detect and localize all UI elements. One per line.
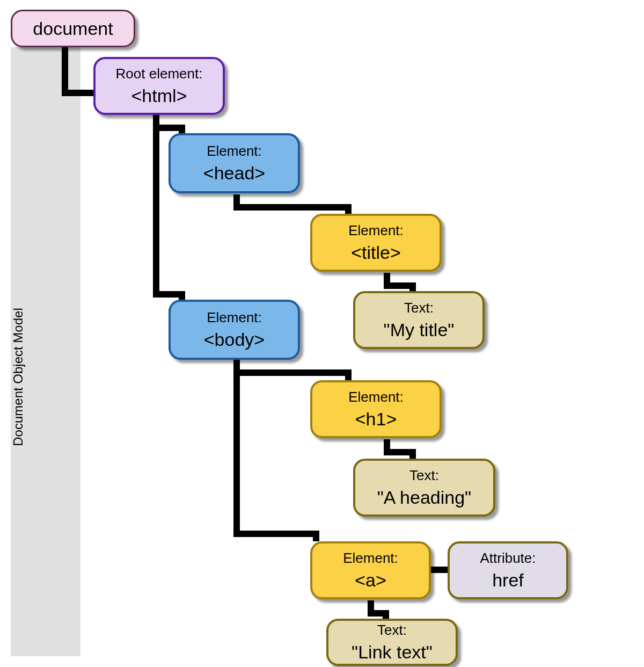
node-tag: <head> [203,163,265,184]
node-a: Element: <a> [310,541,431,599]
node-value: href [492,570,524,591]
node-tag: <h1> [355,409,397,430]
node-label: Root element: [116,66,203,82]
node-title-text: Text: "My title" [353,291,485,349]
node-a-attr: Attribute: href [448,541,568,599]
node-value: "My title" [384,320,455,340]
connector [313,531,319,541]
node-h1: Element: <h1> [310,380,442,438]
connector [233,531,319,537]
node-body: Element: <body> [169,300,300,360]
sidebar-subtitle: Document Object Model [11,308,26,446]
node-label: Element: [207,309,262,326]
connector [233,360,240,537]
node-value: "Link text" [352,642,433,663]
connector [153,115,159,298]
node-label: Text: [409,467,439,484]
node-label: Element: [207,143,262,160]
connector [345,369,352,381]
node-label: Element: [343,550,398,567]
node-head: Element: <head> [169,133,300,193]
node-h1-text: Text: "A heading" [353,459,495,517]
sidebar-strip: DOM Document Object Model [11,47,80,656]
connector [62,47,68,96]
connector [345,204,352,215]
node-a-text: Text: "Link text" [326,619,458,666]
node-tag: <html> [131,85,187,106]
connector [233,204,352,211]
node-value: "A heading" [377,487,471,508]
node-document-label: document [33,18,113,39]
node-tag: <title> [351,242,401,263]
node-root-html: Root element: <html> [93,57,225,115]
node-label: Attribute: [480,550,536,567]
node-label: Text: [404,300,434,316]
node-label: Element: [348,222,404,239]
node-tag: <body> [204,329,265,350]
node-title: Element: <title> [310,214,442,272]
connector [233,369,352,376]
node-document: document [11,10,135,47]
node-tag: <a> [355,570,386,591]
connector [409,449,416,460]
node-label: Element: [348,389,404,405]
node-label: Text: [377,622,407,639]
